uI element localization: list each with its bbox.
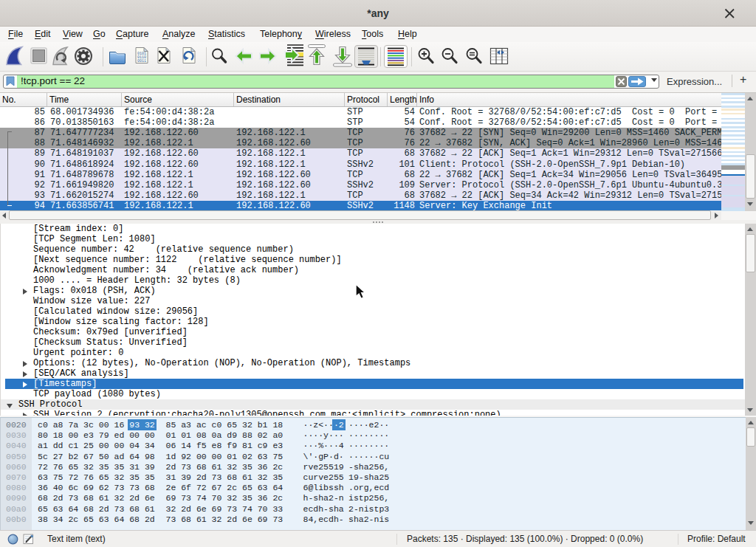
svg-text:0011: 0011 <box>137 59 146 63</box>
